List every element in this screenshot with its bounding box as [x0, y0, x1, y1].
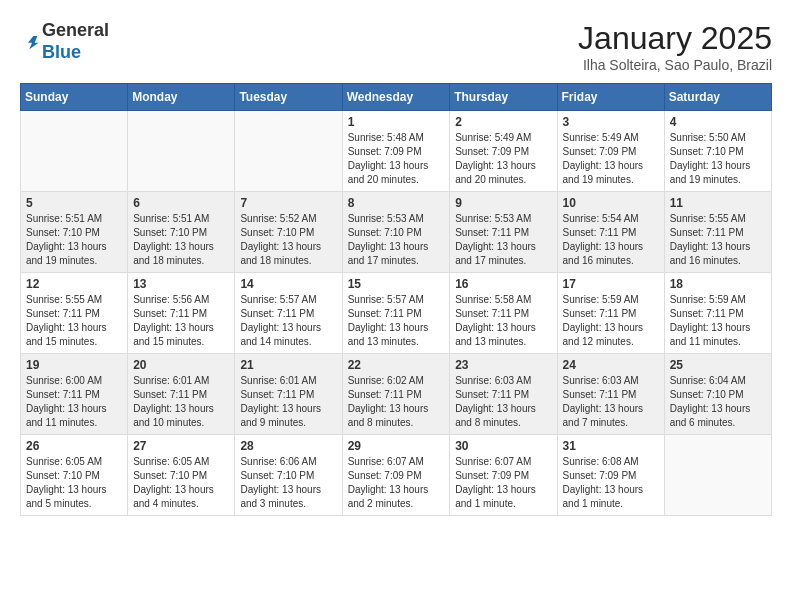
- day-number: 20: [133, 358, 229, 372]
- calendar-day: 8Sunrise: 5:53 AM Sunset: 7:10 PM Daylig…: [342, 192, 450, 273]
- logo-general: General: [42, 20, 109, 40]
- day-number: 11: [670, 196, 766, 210]
- header-wednesday: Wednesday: [342, 84, 450, 111]
- calendar-week-1: 1Sunrise: 5:48 AM Sunset: 7:09 PM Daylig…: [21, 111, 772, 192]
- day-number: 19: [26, 358, 122, 372]
- calendar-day: 23Sunrise: 6:03 AM Sunset: 7:11 PM Dayli…: [450, 354, 557, 435]
- day-info: Sunrise: 6:03 AM Sunset: 7:11 PM Dayligh…: [455, 374, 551, 430]
- day-number: 7: [240, 196, 336, 210]
- calendar-week-2: 5Sunrise: 5:51 AM Sunset: 7:10 PM Daylig…: [21, 192, 772, 273]
- calendar-day: 17Sunrise: 5:59 AM Sunset: 7:11 PM Dayli…: [557, 273, 664, 354]
- calendar-header-row: SundayMondayTuesdayWednesdayThursdayFrid…: [21, 84, 772, 111]
- day-number: 28: [240, 439, 336, 453]
- day-info: Sunrise: 5:52 AM Sunset: 7:10 PM Dayligh…: [240, 212, 336, 268]
- day-number: 5: [26, 196, 122, 210]
- day-info: Sunrise: 5:55 AM Sunset: 7:11 PM Dayligh…: [26, 293, 122, 349]
- header-friday: Friday: [557, 84, 664, 111]
- header-saturday: Saturday: [664, 84, 771, 111]
- day-number: 15: [348, 277, 445, 291]
- calendar-subtitle: Ilha Solteira, Sao Paulo, Brazil: [578, 57, 772, 73]
- header-tuesday: Tuesday: [235, 84, 342, 111]
- svg-marker-0: [28, 36, 39, 49]
- calendar-day: 20Sunrise: 6:01 AM Sunset: 7:11 PM Dayli…: [128, 354, 235, 435]
- calendar-day: 22Sunrise: 6:02 AM Sunset: 7:11 PM Dayli…: [342, 354, 450, 435]
- day-info: Sunrise: 6:05 AM Sunset: 7:10 PM Dayligh…: [26, 455, 122, 511]
- day-number: 29: [348, 439, 445, 453]
- day-number: 3: [563, 115, 659, 129]
- logo: General Blue: [20, 20, 109, 63]
- calendar-day: 13Sunrise: 5:56 AM Sunset: 7:11 PM Dayli…: [128, 273, 235, 354]
- day-number: 14: [240, 277, 336, 291]
- calendar-day: 11Sunrise: 5:55 AM Sunset: 7:11 PM Dayli…: [664, 192, 771, 273]
- day-number: 23: [455, 358, 551, 372]
- calendar-day: 28Sunrise: 6:06 AM Sunset: 7:10 PM Dayli…: [235, 435, 342, 516]
- calendar-day: 27Sunrise: 6:05 AM Sunset: 7:10 PM Dayli…: [128, 435, 235, 516]
- calendar-day: 30Sunrise: 6:07 AM Sunset: 7:09 PM Dayli…: [450, 435, 557, 516]
- day-number: 21: [240, 358, 336, 372]
- calendar-day: [128, 111, 235, 192]
- day-info: Sunrise: 5:57 AM Sunset: 7:11 PM Dayligh…: [348, 293, 445, 349]
- calendar-day: 6Sunrise: 5:51 AM Sunset: 7:10 PM Daylig…: [128, 192, 235, 273]
- day-number: 1: [348, 115, 445, 129]
- calendar-day: [664, 435, 771, 516]
- calendar-day: 3Sunrise: 5:49 AM Sunset: 7:09 PM Daylig…: [557, 111, 664, 192]
- day-number: 25: [670, 358, 766, 372]
- calendar-day: 12Sunrise: 5:55 AM Sunset: 7:11 PM Dayli…: [21, 273, 128, 354]
- day-info: Sunrise: 6:05 AM Sunset: 7:10 PM Dayligh…: [133, 455, 229, 511]
- calendar-day: 15Sunrise: 5:57 AM Sunset: 7:11 PM Dayli…: [342, 273, 450, 354]
- calendar-day: 5Sunrise: 5:51 AM Sunset: 7:10 PM Daylig…: [21, 192, 128, 273]
- day-info: Sunrise: 5:58 AM Sunset: 7:11 PM Dayligh…: [455, 293, 551, 349]
- calendar-day: 1Sunrise: 5:48 AM Sunset: 7:09 PM Daylig…: [342, 111, 450, 192]
- calendar-day: 21Sunrise: 6:01 AM Sunset: 7:11 PM Dayli…: [235, 354, 342, 435]
- day-info: Sunrise: 6:01 AM Sunset: 7:11 PM Dayligh…: [240, 374, 336, 430]
- day-number: 18: [670, 277, 766, 291]
- calendar-day: 18Sunrise: 5:59 AM Sunset: 7:11 PM Dayli…: [664, 273, 771, 354]
- day-info: Sunrise: 5:57 AM Sunset: 7:11 PM Dayligh…: [240, 293, 336, 349]
- title-block: January 2025 Ilha Solteira, Sao Paulo, B…: [578, 20, 772, 73]
- day-number: 26: [26, 439, 122, 453]
- day-number: 16: [455, 277, 551, 291]
- day-info: Sunrise: 5:48 AM Sunset: 7:09 PM Dayligh…: [348, 131, 445, 187]
- day-info: Sunrise: 5:59 AM Sunset: 7:11 PM Dayligh…: [670, 293, 766, 349]
- day-number: 9: [455, 196, 551, 210]
- day-info: Sunrise: 6:03 AM Sunset: 7:11 PM Dayligh…: [563, 374, 659, 430]
- day-info: Sunrise: 6:01 AM Sunset: 7:11 PM Dayligh…: [133, 374, 229, 430]
- calendar-day: 14Sunrise: 5:57 AM Sunset: 7:11 PM Dayli…: [235, 273, 342, 354]
- header-thursday: Thursday: [450, 84, 557, 111]
- calendar-day: 16Sunrise: 5:58 AM Sunset: 7:11 PM Dayli…: [450, 273, 557, 354]
- day-info: Sunrise: 5:51 AM Sunset: 7:10 PM Dayligh…: [26, 212, 122, 268]
- day-info: Sunrise: 6:00 AM Sunset: 7:11 PM Dayligh…: [26, 374, 122, 430]
- day-number: 31: [563, 439, 659, 453]
- calendar-day: 19Sunrise: 6:00 AM Sunset: 7:11 PM Dayli…: [21, 354, 128, 435]
- day-number: 30: [455, 439, 551, 453]
- day-info: Sunrise: 5:55 AM Sunset: 7:11 PM Dayligh…: [670, 212, 766, 268]
- day-number: 8: [348, 196, 445, 210]
- day-info: Sunrise: 6:07 AM Sunset: 7:09 PM Dayligh…: [348, 455, 445, 511]
- day-info: Sunrise: 6:06 AM Sunset: 7:10 PM Dayligh…: [240, 455, 336, 511]
- calendar-week-5: 26Sunrise: 6:05 AM Sunset: 7:10 PM Dayli…: [21, 435, 772, 516]
- day-number: 4: [670, 115, 766, 129]
- calendar-day: 7Sunrise: 5:52 AM Sunset: 7:10 PM Daylig…: [235, 192, 342, 273]
- calendar-day: 4Sunrise: 5:50 AM Sunset: 7:10 PM Daylig…: [664, 111, 771, 192]
- day-number: 27: [133, 439, 229, 453]
- calendar-table: SundayMondayTuesdayWednesdayThursdayFrid…: [20, 83, 772, 516]
- day-info: Sunrise: 5:49 AM Sunset: 7:09 PM Dayligh…: [455, 131, 551, 187]
- day-info: Sunrise: 5:53 AM Sunset: 7:10 PM Dayligh…: [348, 212, 445, 268]
- day-number: 17: [563, 277, 659, 291]
- day-number: 10: [563, 196, 659, 210]
- logo-icon: [20, 32, 40, 52]
- day-info: Sunrise: 5:59 AM Sunset: 7:11 PM Dayligh…: [563, 293, 659, 349]
- calendar-day: 9Sunrise: 5:53 AM Sunset: 7:11 PM Daylig…: [450, 192, 557, 273]
- header-monday: Monday: [128, 84, 235, 111]
- day-info: Sunrise: 5:54 AM Sunset: 7:11 PM Dayligh…: [563, 212, 659, 268]
- logo-text: General Blue: [42, 20, 109, 63]
- header-sunday: Sunday: [21, 84, 128, 111]
- calendar-week-4: 19Sunrise: 6:00 AM Sunset: 7:11 PM Dayli…: [21, 354, 772, 435]
- calendar-day: 26Sunrise: 6:05 AM Sunset: 7:10 PM Dayli…: [21, 435, 128, 516]
- day-info: Sunrise: 5:50 AM Sunset: 7:10 PM Dayligh…: [670, 131, 766, 187]
- day-info: Sunrise: 5:56 AM Sunset: 7:11 PM Dayligh…: [133, 293, 229, 349]
- day-info: Sunrise: 6:08 AM Sunset: 7:09 PM Dayligh…: [563, 455, 659, 511]
- calendar-day: 31Sunrise: 6:08 AM Sunset: 7:09 PM Dayli…: [557, 435, 664, 516]
- calendar-title: January 2025: [578, 20, 772, 57]
- day-info: Sunrise: 6:07 AM Sunset: 7:09 PM Dayligh…: [455, 455, 551, 511]
